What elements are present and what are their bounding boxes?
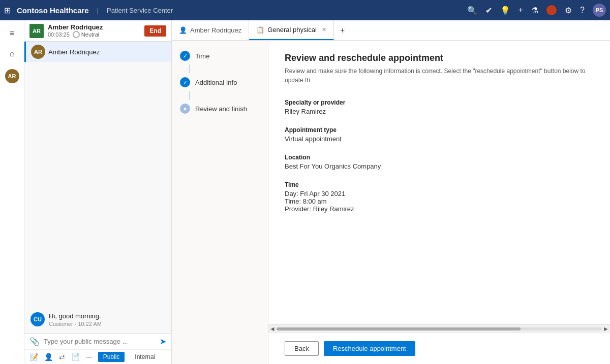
- scroll-left-arrow[interactable]: ◀: [270, 326, 274, 332]
- lightbulb-icon[interactable]: 💡: [500, 6, 510, 15]
- main-panel: Review and reschedule appointment Review…: [268, 41, 610, 364]
- search-icon[interactable]: 🔍: [467, 6, 477, 15]
- message-input[interactable]: [44, 338, 156, 345]
- page-subtitle: Review and make sure the following infor…: [285, 67, 590, 85]
- hamburger-menu[interactable]: ≡: [2, 24, 22, 43]
- attach-button[interactable]: 📎: [29, 337, 40, 346]
- chat-area: CU Hi, good morning. Customer - 10:22 AM: [24, 62, 171, 333]
- brand-name: Contoso Healthcare: [17, 6, 89, 15]
- step-line-1: [189, 65, 190, 73]
- tab-user-icon: 👤: [179, 26, 187, 34]
- tab-close-button[interactable]: ✕: [322, 26, 326, 33]
- filter-icon[interactable]: ⚗: [531, 6, 538, 15]
- specialty-value: Riley Ramirez: [285, 108, 594, 115]
- scroll-thumb[interactable]: [277, 327, 521, 330]
- location-section: Location Best For You Organics Company: [285, 154, 594, 170]
- settings-icon[interactable]: ⚙: [565, 6, 572, 15]
- tab-label-amber: Amber Rodriquez: [190, 26, 241, 34]
- step-additional-circle: ✓: [180, 77, 190, 87]
- steps-sidebar: ✓ Time ✓ Additional Info ● Review and fi…: [172, 41, 268, 364]
- agent-tool[interactable]: 👤: [44, 353, 53, 361]
- chat-input-row: 📎 ➤: [24, 334, 171, 349]
- appointment-type-label: Appointment type: [285, 126, 594, 134]
- chat-input-area: 📎 ➤ 📝 👤 ⇄ 📄 ··· Public Internal: [24, 333, 171, 364]
- right-area: 👤 Amber Rodriquez 📋 General physical ✕ +…: [172, 20, 610, 364]
- top-nav-right: 🔍 ✔ 💡 + ⚗ ⚙ ? PS: [467, 4, 606, 17]
- step-time-label: Time: [195, 52, 209, 60]
- sentiment-badge: Neutral: [73, 31, 99, 38]
- public-button[interactable]: Public: [98, 352, 125, 362]
- conversation-panel: AR Amber Rodriquez 00:03:25 Neutral End …: [24, 20, 172, 364]
- conv-meta: 00:03:25 Neutral: [48, 31, 140, 38]
- scroll-right-arrow[interactable]: ▶: [604, 326, 608, 332]
- send-button[interactable]: ➤: [160, 337, 166, 346]
- tab-add-button[interactable]: +: [334, 20, 351, 40]
- step-line-2: [189, 91, 190, 100]
- specialty-section: Specialty or provider Riley Ramirez: [285, 99, 594, 115]
- time-label: Time: [285, 181, 594, 188]
- user-avatar[interactable]: PS: [593, 4, 606, 17]
- tab-general-physical[interactable]: 📋 General physical ✕: [249, 20, 334, 40]
- end-call-button[interactable]: End: [144, 25, 166, 37]
- active-contact-item[interactable]: AR Amber Rodriquez: [24, 42, 171, 62]
- home-icon[interactable]: ⌂: [2, 45, 22, 63]
- notification-badge[interactable]: [546, 5, 557, 15]
- specialty-label: Specialty or provider: [285, 99, 594, 106]
- main-layout: ≡ ⌂ AR AR Amber Rodriquez 00:03:25 Neutr…: [0, 20, 610, 364]
- time-value: Time: 8:00 am: [285, 197, 594, 205]
- review-content: Review and reschedule appointment Review…: [268, 41, 610, 324]
- tab-label-general: General physical: [267, 26, 317, 34]
- conv-info: Amber Rodriquez 00:03:25 Neutral: [48, 23, 140, 38]
- note-tool[interactable]: 📝: [29, 353, 38, 361]
- conv-header: AR Amber Rodriquez 00:03:25 Neutral End: [24, 20, 171, 42]
- module-name: Patient Service Center: [107, 7, 173, 14]
- add-icon[interactable]: +: [518, 6, 523, 15]
- appointment-type-value: Virtual appointment: [285, 135, 594, 143]
- template-tool[interactable]: 📄: [71, 353, 80, 361]
- location-value: Best For You Organics Company: [285, 162, 594, 170]
- internal-button[interactable]: Internal: [131, 352, 159, 362]
- grid-icon[interactable]: ⊞: [4, 6, 11, 15]
- top-nav: ⊞ Contoso Healthcare | Patient Service C…: [0, 0, 610, 20]
- contact-avatar: AR: [31, 45, 45, 59]
- scroll-track[interactable]: [277, 327, 602, 330]
- reschedule-button[interactable]: Reschedule appointment: [324, 341, 415, 356]
- tab-amber-rodriquez[interactable]: 👤 Amber Rodriquez: [172, 20, 249, 40]
- step-additional[interactable]: ✓ Additional Info: [180, 77, 260, 87]
- step-time[interactable]: ✓ Time: [180, 51, 260, 61]
- time-section: Time Day: Fri Apr 30 2021 Time: 8:00 am …: [285, 181, 594, 213]
- checkmark-icon[interactable]: ✔: [485, 6, 492, 15]
- chat-toolbar: 📝 👤 ⇄ 📄 ··· Public Internal: [24, 349, 171, 364]
- help-icon[interactable]: ?: [580, 6, 585, 15]
- agent-name: Amber Rodriquez: [48, 23, 140, 31]
- contact-name: Amber Rodriquez: [48, 48, 100, 56]
- appointment-type-section: Appointment type Virtual appointment: [285, 126, 594, 143]
- back-button[interactable]: Back: [285, 341, 319, 356]
- left-sidebar: ≡ ⌂ AR: [0, 20, 24, 364]
- step-additional-label: Additional Info: [195, 79, 237, 86]
- message-text: Hi, good morning.: [49, 312, 165, 320]
- content-area: ✓ Time ✓ Additional Info ● Review and fi…: [172, 41, 610, 364]
- customer-avatar: CU: [30, 312, 45, 326]
- page-title: Review and reschedule appointment: [285, 53, 594, 63]
- action-bar: Back Reschedule appointment: [268, 333, 610, 364]
- step-review-label: Review and finish: [195, 105, 247, 113]
- step-review[interactable]: ● Review and finish: [180, 104, 260, 114]
- horizontal-scrollbar[interactable]: ◀ ▶: [268, 324, 610, 333]
- user-nav-avatar[interactable]: AR: [5, 69, 19, 83]
- step-review-circle: ●: [180, 104, 190, 114]
- time-day: Day: Fri Apr 30 2021: [285, 190, 594, 197]
- step-time-circle: ✓: [180, 51, 190, 61]
- neutral-dot: [73, 31, 80, 38]
- tab-calendar-icon: 📋: [256, 26, 264, 34]
- message-meta: Customer - 10:22 AM: [49, 321, 165, 327]
- location-label: Location: [285, 154, 594, 161]
- transfer-tool[interactable]: ⇄: [59, 353, 65, 361]
- tab-bar: 👤 Amber Rodriquez 📋 General physical ✕ +: [172, 20, 610, 41]
- chat-message: CU Hi, good morning. Customer - 10:22 AM: [30, 312, 165, 327]
- time-provider: Provider: Riley Ramirez: [285, 205, 594, 213]
- call-duration: 00:03:25: [48, 31, 70, 38]
- agent-avatar: AR: [29, 24, 44, 38]
- nav-divider: |: [97, 7, 99, 14]
- more-tool[interactable]: ···: [86, 353, 92, 361]
